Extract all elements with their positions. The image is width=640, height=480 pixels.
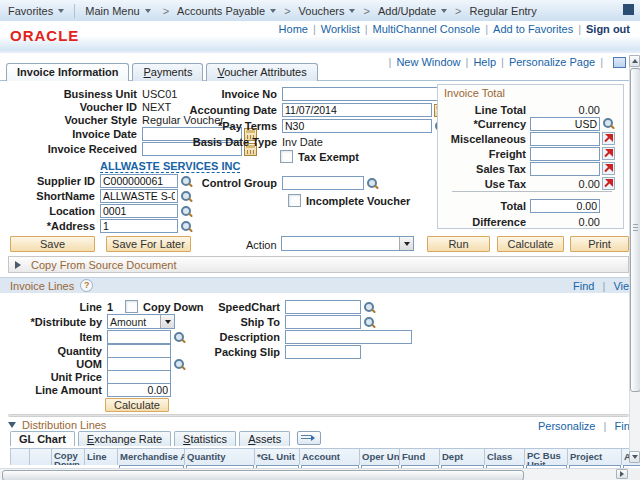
- crumb-label: Accounts Payable: [177, 5, 265, 17]
- multichannel-console-link[interactable]: MultiChannel Console: [373, 23, 481, 35]
- speedchart-input[interactable]: [285, 300, 361, 314]
- supplier-name-link[interactable]: ALLWASTE SERVICES INC: [100, 160, 240, 173]
- scroll-up-button[interactable]: [629, 55, 640, 67]
- help-link[interactable]: Help: [473, 56, 496, 68]
- tab-payments[interactable]: Payments: [132, 63, 203, 81]
- scroll-down-button[interactable]: [629, 451, 640, 463]
- tab-assets[interactable]: Assets: [239, 431, 290, 446]
- speedchart-row: SpeedChart: [210, 300, 376, 314]
- action-select[interactable]: [281, 236, 414, 251]
- new-window-link[interactable]: New Window: [396, 56, 460, 68]
- currency-input[interactable]: [530, 117, 600, 131]
- personalize-page-link[interactable]: Personalize Page: [509, 56, 595, 68]
- quantity-input[interactable]: [107, 344, 171, 358]
- basis-date-row: Basis Date Type Inv Date: [187, 136, 323, 148]
- lookup-icon[interactable]: [180, 220, 193, 233]
- transfer-icon[interactable]: [602, 162, 615, 175]
- tab-statistics[interactable]: Statistics: [174, 431, 236, 446]
- save-button[interactable]: Save: [10, 236, 95, 252]
- description-label: Description: [210, 331, 285, 343]
- line-total-value: 0.00: [530, 104, 600, 116]
- distribute-by-select[interactable]: Amount: [107, 314, 175, 329]
- grid-header-fund: Fund: [400, 448, 440, 465]
- breadcrumb-vouchers[interactable]: Vouchers: [295, 5, 360, 17]
- worklist-link[interactable]: Worklist: [321, 23, 360, 35]
- calculate-line-button[interactable]: Calculate: [105, 398, 169, 412]
- incomplete-voucher-checkbox[interactable]: [288, 194, 301, 207]
- line-total-label: Line Total: [438, 104, 530, 116]
- accounting-date-label: Accounting Date: [187, 104, 282, 116]
- vertical-scrollbar-thumb[interactable]: [630, 68, 640, 392]
- invoice-lines-header: Invoice Lines ? Find | View All: [0, 277, 630, 293]
- help-icon[interactable]: ?: [80, 279, 93, 292]
- copy-down-checkbox[interactable]: [125, 300, 138, 313]
- pay-terms-input[interactable]: [282, 119, 432, 133]
- calculate-button[interactable]: Calculate: [497, 236, 564, 252]
- divider: |: [308, 23, 321, 35]
- line-amount-input[interactable]: [107, 383, 171, 397]
- lookup-icon[interactable]: [366, 177, 379, 190]
- lookup-icon[interactable]: [180, 205, 193, 218]
- find-link[interactable]: Find: [573, 280, 594, 292]
- transfer-icon[interactable]: [602, 147, 615, 160]
- short-name-input[interactable]: [100, 189, 178, 203]
- tab-invoice-information[interactable]: Invoice Information: [6, 63, 129, 81]
- tax-exempt-checkbox[interactable]: [280, 150, 293, 163]
- supplier-id-input[interactable]: [100, 174, 178, 188]
- tab-label: tatistics: [190, 433, 227, 445]
- print-button[interactable]: Print: [570, 236, 629, 252]
- unit-price-input[interactable]: [107, 370, 171, 384]
- lookup-icon[interactable]: [180, 190, 193, 203]
- lookup-icon[interactable]: [173, 331, 186, 344]
- description-input[interactable]: [285, 330, 412, 344]
- location-input[interactable]: [100, 204, 178, 218]
- address-input[interactable]: [100, 219, 178, 233]
- invoice-no-input[interactable]: [282, 87, 440, 101]
- line-amount-row: Line Amount: [8, 383, 171, 397]
- transfer-icon[interactable]: [602, 177, 615, 190]
- sales-tax-row: Sales Tax: [438, 161, 623, 176]
- ship-to-input[interactable]: [285, 315, 361, 329]
- tab-exchange-rate[interactable]: Exchange Rate: [78, 431, 171, 446]
- tab-gl-chart[interactable]: GL Chart: [10, 431, 75, 446]
- divider: |: [360, 23, 373, 35]
- home-link[interactable]: Home: [279, 23, 308, 35]
- main-menu[interactable]: Main Menu: [77, 5, 158, 17]
- lookup-icon[interactable]: [363, 301, 376, 314]
- miscellaneous-input[interactable]: [530, 132, 600, 146]
- accounting-date-input[interactable]: [282, 103, 432, 117]
- control-group-input[interactable]: [282, 176, 364, 190]
- breadcrumb-accounts-payable[interactable]: Accounts Payable: [173, 5, 280, 17]
- freight-label: Freight: [438, 148, 530, 160]
- packing-slip-input[interactable]: [285, 345, 361, 359]
- total-input[interactable]: [530, 199, 600, 213]
- collapse-icon[interactable]: [8, 422, 16, 432]
- sales-tax-input[interactable]: [530, 162, 600, 176]
- run-button[interactable]: Run: [427, 236, 490, 252]
- save-for-later-button[interactable]: Save For Later: [106, 236, 191, 252]
- breadcrumb-corner-icon[interactable]: [623, 4, 634, 15]
- scroll-right-button[interactable]: [616, 469, 628, 479]
- add-to-favorites-link[interactable]: Add to Favorites: [493, 23, 573, 35]
- personalize-layout-icon[interactable]: [613, 57, 626, 68]
- breadcrumb-add-update[interactable]: Add/Update: [374, 5, 451, 17]
- line-total-row: Line Total 0.00: [438, 102, 623, 117]
- favorites-menu[interactable]: Favorites: [0, 5, 72, 17]
- personalize-link[interactable]: Personalize: [538, 420, 595, 432]
- horizontal-scrollbar-thumb[interactable]: [2, 470, 524, 480]
- ship-to-label: Ship To: [210, 316, 285, 328]
- distribute-by-row: *Distribute by Amount: [8, 314, 175, 329]
- sign-out-link[interactable]: Sign out: [586, 23, 630, 35]
- show-all-columns-icon[interactable]: [297, 431, 321, 445]
- business-unit-label: Business Unit: [8, 88, 142, 100]
- chevron-down-icon: [160, 315, 174, 328]
- copy-from-source-section[interactable]: Copy From Source Document: [8, 256, 629, 273]
- transfer-icon[interactable]: [602, 132, 615, 145]
- lookup-icon[interactable]: [173, 358, 186, 371]
- uom-input[interactable]: [107, 357, 171, 371]
- lookup-icon[interactable]: [602, 117, 615, 130]
- lookup-icon[interactable]: [363, 316, 376, 329]
- tab-voucher-attributes[interactable]: Voucher Attributes: [206, 63, 317, 81]
- item-input[interactable]: [107, 330, 171, 344]
- freight-input[interactable]: [530, 147, 600, 161]
